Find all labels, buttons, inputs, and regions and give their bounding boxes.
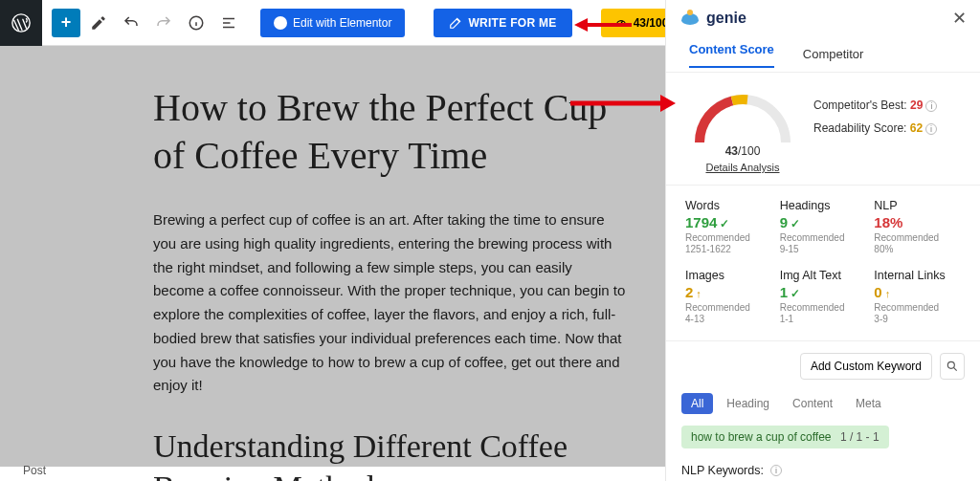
filter-all[interactable]: All (681, 393, 713, 414)
competitor-stats: Competitor's Best: 29i Readability Score… (813, 90, 937, 140)
write-for-me-label: WRITE FOR ME (468, 16, 556, 30)
info-icon[interactable]: i (770, 465, 782, 476)
metrics-grid: Words 1794✓ Recommended1251-1622 Heading… (666, 186, 980, 341)
panel-tabs: Content Score Competitor (666, 36, 980, 73)
metric-internal-links: Internal Links 0↑ Recommended3-9 (874, 269, 961, 325)
filter-meta[interactable]: Meta (846, 393, 891, 414)
check-icon: ✓ (720, 217, 729, 230)
post-heading-2[interactable]: Understanding Different Coffee Brewing M… (153, 426, 627, 481)
close-icon[interactable]: ✕ (952, 8, 967, 29)
metric-words: Words 1794✓ Recommended1251-1622 (685, 199, 772, 255)
arrow-up-icon: ↑ (885, 288, 891, 299)
edit-elementor-button[interactable]: Edit with Elementor (260, 9, 405, 37)
info-icon[interactable]: i (925, 100, 937, 112)
gauge-box: 43/100 Details Analysis (685, 90, 800, 175)
genie-panel: genie ✕ Content Score Competitor 43/100 … (665, 0, 980, 481)
outline-icon[interactable] (214, 9, 243, 37)
edit-elementor-label: Edit with Elementor (293, 16, 391, 30)
undo-icon[interactable] (117, 9, 145, 37)
redo-icon[interactable] (149, 9, 178, 37)
gauge-icon (614, 16, 628, 30)
nlp-keywords-row: NLP Keywords: i (681, 464, 965, 477)
brand: genie (679, 8, 746, 29)
filter-heading[interactable]: Heading (717, 393, 779, 414)
readability-value: 62 (910, 121, 923, 135)
competitor-best-value: 29 (910, 98, 923, 112)
svg-line-7 (953, 367, 956, 370)
info-icon[interactable]: i (925, 123, 937, 135)
write-for-me-button[interactable]: WRITE FOR ME (434, 9, 571, 37)
edit-mode-icon[interactable] (84, 9, 113, 37)
keywords-section: Add Custom Keyword All Heading Content M… (666, 341, 980, 481)
check-icon: ✓ (791, 217, 800, 230)
add-block-button[interactable]: + (52, 9, 80, 37)
post-editor[interactable]: How to Brew the Perfect Cup of Coffee Ev… (0, 46, 665, 467)
brand-name: genie (706, 10, 746, 27)
wordpress-logo-icon[interactable] (0, 0, 42, 46)
metric-headings: Headings 9✓ Recommended9-15 (780, 199, 867, 255)
score-badge-label: 43/100 (634, 16, 669, 30)
magic-wand-icon (449, 16, 462, 30)
elementor-icon (274, 16, 287, 30)
score-gauge (690, 90, 795, 142)
tab-competitor[interactable]: Competitor (803, 47, 864, 61)
panel-header: genie ✕ (666, 0, 980, 36)
tab-content-score[interactable]: Content Score (689, 42, 774, 68)
metric-img-alt: Img Alt Text 1✓ Recommended1-1 (780, 269, 867, 325)
metric-images: Images 2↑ Recommended4-13 (685, 269, 772, 325)
search-icon (946, 360, 959, 373)
add-custom-keyword-button[interactable]: Add Custom Keyword (800, 353, 932, 380)
arrow-up-icon: ↑ (696, 288, 702, 299)
svg-point-6 (947, 361, 954, 368)
filter-content[interactable]: Content (783, 393, 842, 414)
info-icon[interactable] (182, 9, 211, 37)
readability-label: Readability Score: (813, 121, 906, 135)
svg-marker-3 (574, 18, 588, 32)
metric-nlp: NLP 18% Recommended80% (874, 199, 961, 255)
keyword-filter-row: All Heading Content Meta (681, 393, 965, 414)
genie-logo-icon (679, 8, 701, 29)
keyword-chip[interactable]: how to brew a cup of coffee 1 / 1 - 1 (681, 426, 889, 448)
details-analysis-link[interactable]: Details Analysis (705, 162, 779, 173)
competitor-best-label: Competitor's Best: (813, 98, 907, 112)
check-icon: ✓ (791, 287, 800, 300)
post-title[interactable]: How to Brew the Perfect Cup of Coffee Ev… (153, 84, 627, 180)
gauge-section: 43/100 Details Analysis Competitor's Bes… (666, 73, 980, 186)
post-paragraph[interactable]: Brewing a perfect cup of coffee is an ar… (153, 208, 627, 398)
footer-breadcrumb: Post (23, 464, 46, 477)
search-keyword-button[interactable] (940, 353, 965, 380)
